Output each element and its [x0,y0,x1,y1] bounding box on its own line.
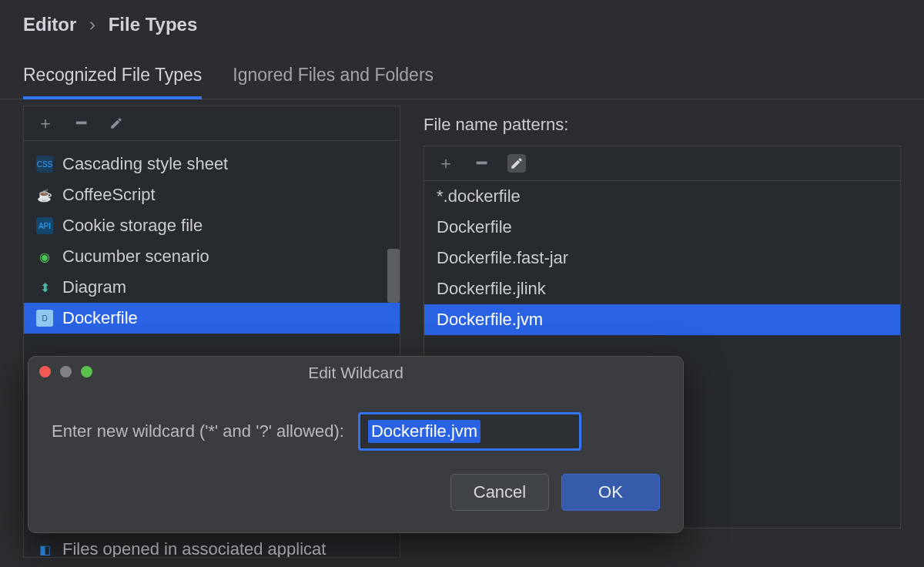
associated-icon: ◧ [36,541,53,557]
list-item[interactable]: ◉Cucumber scenario [24,241,400,272]
breadcrumb-item-filetypes: File Types [109,14,198,35]
pattern-item[interactable]: Dockerfile.jlink [424,273,900,304]
add-filetype-button[interactable]: ＋ [36,114,55,133]
diagram-icon: ⬍ [36,279,53,296]
api-icon: API [36,217,53,234]
breadcrumb: Editor › File Types [0,0,924,45]
dialog-titlebar[interactable]: Edit Wildcard [28,357,683,389]
remove-pattern-button[interactable]: ━ [472,154,490,173]
css-icon: CSS [36,156,53,173]
breadcrumb-item-editor[interactable]: Editor [23,14,76,35]
edit-pattern-button[interactable] [507,154,526,173]
list-item[interactable]: ◧Files opened in associated applicat [24,534,400,557]
file-types-toolbar: ＋ ━ [24,106,400,141]
list-item[interactable]: ◧C/C++ [24,141,400,149]
scrollbar-thumb[interactable] [387,249,400,303]
patterns-toolbar: ＋ ━ [424,146,900,181]
list-item[interactable]: ⬍Diagram [24,272,400,303]
close-icon[interactable] [39,366,51,377]
cucumber-icon: ◉ [36,248,53,265]
edit-filetype-button[interactable] [107,114,126,133]
cancel-button[interactable]: Cancel [450,474,549,511]
tab-ignored[interactable]: Ignored Files and Folders [233,65,434,99]
coffeescript-icon: ☕ [36,186,53,203]
pattern-item[interactable]: Dockerfile.fast-jar [424,243,900,273]
add-pattern-button[interactable]: ＋ [437,154,455,173]
pattern-item[interactable]: Dockerfile.jvm [424,304,900,335]
patterns-label: File name patterns: [424,106,901,146]
wildcard-input-label: Enter new wildcard ('*' and '?' allowed)… [52,421,344,441]
list-item[interactable]: ☕CoffeeScript [24,179,400,210]
maximize-icon[interactable] [81,366,92,377]
remove-filetype-button[interactable]: ━ [72,114,90,133]
ok-button[interactable]: OK [561,474,660,511]
minimize-icon [60,366,72,377]
pattern-item[interactable]: *.dockerfile [424,181,900,212]
cpp-icon: ◧ [36,141,53,142]
dockerfile-icon: D [36,310,53,327]
breadcrumb-separator: › [82,14,103,35]
pattern-item[interactable]: Dockerfile [424,212,900,243]
list-item[interactable]: APICookie storage file [24,210,400,241]
wildcard-input[interactable]: Dockerfile.jvm [358,412,581,451]
tabs: Recognized File Types Ignored Files and … [0,45,924,99]
dialog-title: Edit Wildcard [308,364,403,382]
edit-wildcard-dialog: Edit Wildcard Enter new wildcard ('*' an… [28,356,684,533]
list-item[interactable]: CSSCascading style sheet [24,149,400,179]
tab-recognized[interactable]: Recognized File Types [23,65,202,99]
wildcard-input-value: Dockerfile.jvm [368,420,480,443]
list-item-dockerfile[interactable]: DDockerfile [24,303,400,334]
